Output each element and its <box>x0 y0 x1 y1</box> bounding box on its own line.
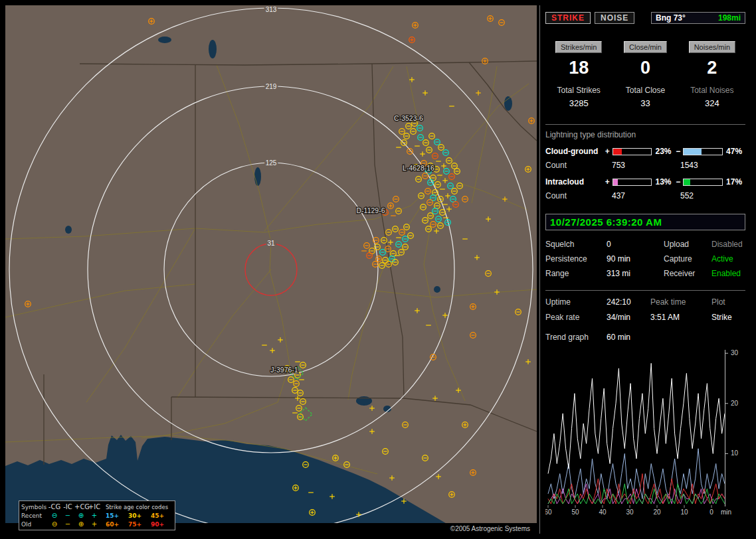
trend-window-value: 60 min <box>607 333 630 342</box>
distance-value: 198mi <box>718 13 741 23</box>
total-close-value: 33 <box>612 98 678 108</box>
copyright: ©2005 Astrogenic Systems <box>450 525 530 532</box>
strikes-per-min-box[interactable]: Strikes/min <box>555 41 602 53</box>
range-ring-label: 31 <box>267 240 275 247</box>
total-strikes-value: 3285 <box>545 98 612 108</box>
total-strikes-label: Total Strikes <box>545 86 612 95</box>
storm-cell-label: D-1129-6 <box>357 206 385 214</box>
datetime-display: 10/27/2025 6:39:20 AM <box>545 214 745 230</box>
trend-axis-label: 20 <box>653 508 661 516</box>
strikes-column: Strikes/min 18 Total Strikes 3285 <box>545 41 612 108</box>
plot-value: Strike <box>711 313 745 322</box>
legend-age-header: Strike age color codes <box>101 504 173 510</box>
legend-age-code: 30+ <box>124 512 146 519</box>
legend-row: Recent⊖−⊕+15+30+45+ <box>21 511 173 520</box>
cg-minus-count: 1543 <box>680 161 698 170</box>
cg-minus-pct: 47% <box>724 147 745 156</box>
trend-axis-label: 30 <box>626 508 634 516</box>
receiver-label: Receiver <box>664 269 711 278</box>
range-ring-label: 125 <box>266 159 277 167</box>
capture-status: Active <box>711 254 745 264</box>
upload-status: Disabled <box>711 240 745 249</box>
trend-axis-label: 60 <box>545 508 552 516</box>
ic-count-row: Count 437 552 <box>545 191 745 200</box>
map-canvas[interactable]: 31321912531C-3523-6L-4628-16D-1129-6J-39… <box>5 5 537 523</box>
trend-axis-label: min <box>721 508 731 516</box>
total-close-label: Total Close <box>612 86 678 95</box>
close-per-min-box[interactable]: Close/min <box>624 41 667 53</box>
mode-toolbar: STRIKE NOISE Bng 73° 198mi <box>545 12 745 24</box>
trend-series-white <box>548 363 725 473</box>
cg-plus-count: 753 <box>612 161 680 170</box>
map-legend: Symbols-CG-IC+CG+ICStrike age color code… <box>19 501 175 530</box>
storm-cell-label: C-3523-6 <box>394 114 423 122</box>
legend-strike-symbol: + <box>88 520 101 528</box>
ic-plus-pct: 13% <box>653 177 674 187</box>
receiver-status: Enabled <box>711 269 745 278</box>
persistence-value: 90 min <box>607 254 664 264</box>
peak-rate-label: Peak rate <box>545 313 607 322</box>
ic-minus-pct: 17% <box>724 177 745 187</box>
peak-time-label: Peak time <box>650 297 711 307</box>
rate-counters: Strikes/min 18 Total Strikes 3285 Close/… <box>545 41 745 108</box>
trend-axis-label: 0 <box>709 508 713 516</box>
legend-strike-symbol: ⊖ <box>48 520 61 528</box>
close-per-min-value: 0 <box>612 58 678 78</box>
squelch-label: Squelch <box>545 240 607 249</box>
cg-minus-bar <box>683 148 723 155</box>
squelch-value: 0 <box>607 240 664 249</box>
minus-sign: − <box>674 147 682 156</box>
legend-header-row: Symbols-CG-IC+CG+ICStrike age color code… <box>21 502 173 511</box>
legend-col-header: -CG <box>48 503 61 510</box>
ic-plus-count: 437 <box>612 191 680 200</box>
strikes-per-min-value: 18 <box>545 58 612 78</box>
bearing-display: Bng 73° 198mi <box>651 12 745 24</box>
legend-strike-symbol: + <box>88 512 101 519</box>
plus-sign: + <box>604 147 611 156</box>
noises-per-min-box[interactable]: Noises/min <box>689 41 735 53</box>
legend-col-header: -IC <box>61 503 74 510</box>
datetime-value: 10/27/2025 6:39:20 AM <box>550 216 662 228</box>
trend-graph-label: Trend graph <box>545 333 607 342</box>
trend-axis-label: 10 <box>731 449 739 457</box>
legend-row-label: Old <box>21 521 48 528</box>
legend-strike-symbol: ⊖ <box>48 512 61 519</box>
legend-age-code: 15+ <box>101 512 124 519</box>
lightning-map[interactable]: 31321912531C-3523-6L-4628-16D-1129-6J-39… <box>5 5 537 534</box>
legend-row: Old⊖−⊕+60+75+90+ <box>21 520 173 528</box>
legend-strike-symbol: ⊕ <box>74 512 88 519</box>
strike-button[interactable]: STRIKE <box>545 12 591 24</box>
distribution-title: Lightning type distribution <box>545 130 745 139</box>
legend-age-code: 45+ <box>146 512 169 519</box>
cg-plus-bar <box>613 148 652 155</box>
total-noises-value: 324 <box>679 98 745 108</box>
range-label: Range <box>545 269 607 278</box>
divider <box>545 124 745 125</box>
cloud-ground-label: Cloud-ground <box>545 147 604 156</box>
ic-count-label: Count <box>545 191 612 200</box>
cg-count-label: Count <box>545 161 612 170</box>
legend-row-label: Recent <box>21 512 48 519</box>
bearing-value: Bng 73° <box>656 13 686 23</box>
trend-axis-label: 10 <box>680 508 688 516</box>
ic-plus-bar <box>613 179 652 186</box>
storm-cell-label: L-4628-16 <box>403 164 434 172</box>
trend-graph: 3020106050403020100min <box>545 347 746 516</box>
legend-strike-symbol: − <box>61 512 74 519</box>
range-value: 313 mi <box>607 269 664 278</box>
cg-plus-pct: 23% <box>653 147 674 156</box>
trend-axis-label: 20 <box>731 400 739 407</box>
peak-time-value: 3:51 AM <box>650 313 711 322</box>
control-panel: STRIKE NOISE Bng 73° 198mi Strikes/min 1… <box>539 5 751 534</box>
intracloud-label: Intracloud <box>545 177 604 187</box>
stats-grid: Uptime 242:10 Peak time Plot Peak rate 3… <box>545 297 745 322</box>
total-noises-label: Total Noises <box>679 86 745 95</box>
range-ring-label: 219 <box>266 83 277 90</box>
settings-grid: Squelch 0 Upload Disabled Persistence 90… <box>545 240 745 278</box>
legend-age-code: 60+ <box>101 521 124 528</box>
capture-label: Capture <box>664 254 711 264</box>
noise-button[interactable]: NOISE <box>595 12 634 24</box>
uptime-value: 242:10 <box>607 297 650 307</box>
ic-minus-bar <box>683 179 723 186</box>
divider <box>545 290 745 291</box>
